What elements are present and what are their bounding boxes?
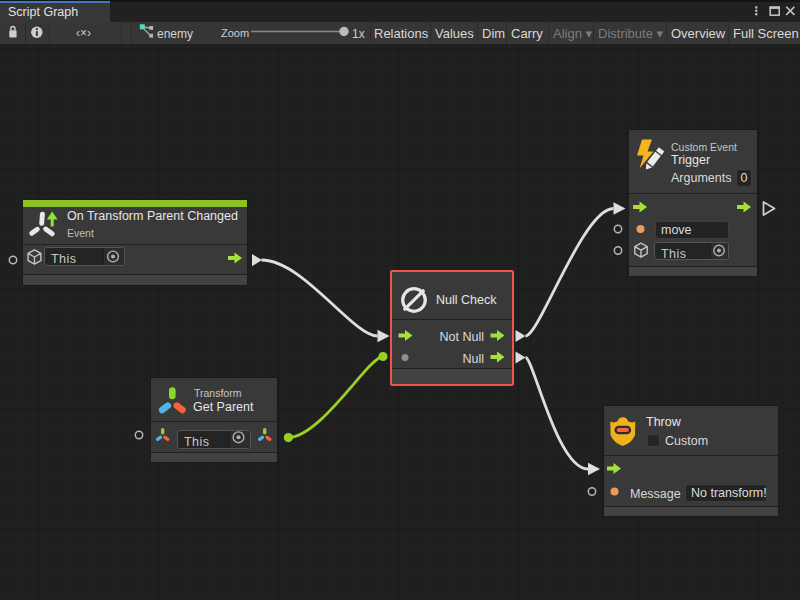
svg-text:‹×›: ‹×› — [76, 26, 91, 40]
